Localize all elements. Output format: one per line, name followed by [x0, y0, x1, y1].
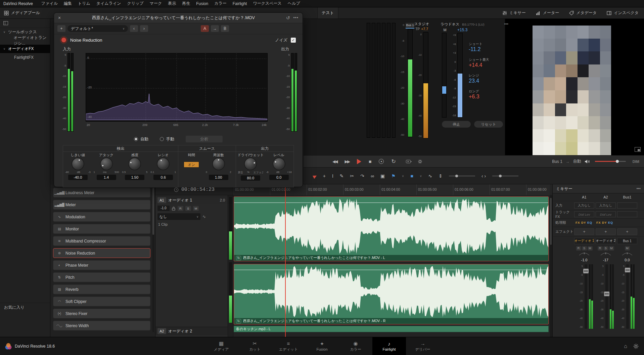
loop-button[interactable]: ↻	[391, 158, 396, 165]
monitor-bus-label[interactable]: Bus 1	[552, 159, 562, 164]
processing-order-cell[interactable]	[616, 221, 635, 224]
trackfx-cell[interactable]	[617, 211, 637, 217]
zoom-vertical-icon[interactable]: ⇕	[439, 173, 443, 179]
channel-fader[interactable]	[605, 264, 608, 329]
next-preset-button[interactable]: ›	[140, 25, 148, 32]
picture-in-picture-icon[interactable]	[635, 147, 641, 152]
noise-checkbox[interactable]: ✓	[291, 38, 296, 43]
trackfx-cell[interactable]: Dial Lev	[574, 211, 594, 217]
mixer-column-header[interactable]: A1	[574, 195, 594, 199]
add-effect-button[interactable]: +	[596, 228, 616, 235]
compare-b-button[interactable]: B	[221, 25, 229, 32]
menu-item[interactable]: マーク	[147, 1, 165, 6]
loudness-reset-button[interactable]: リセット	[474, 121, 503, 128]
ratio-knob[interactable]	[157, 158, 170, 170]
mixer-input-cell[interactable]	[617, 203, 637, 209]
link-clips-icon[interactable]: ∞	[371, 173, 374, 179]
effect-modulation[interactable]: ∿ Modulation	[53, 212, 150, 222]
compare-a-button[interactable]: A	[201, 25, 209, 32]
settings-gear-icon[interactable]	[633, 344, 639, 349]
menu-item[interactable]: Fairlight	[230, 1, 250, 6]
selection-tool-icon[interactable]: ▶	[312, 173, 318, 179]
media-pool-toggle[interactable]: メディアプール	[4, 10, 40, 16]
menu-item[interactable]: ワークスペース	[250, 1, 284, 6]
mixer-track-name[interactable]: オーディオ 2	[596, 238, 616, 244]
effect-multiband-compressor[interactable]: ≋ Multiband Compressor	[53, 236, 150, 246]
prev-preset-button[interactable]: ‹	[130, 25, 138, 32]
edit-selection-icon[interactable]: I	[332, 173, 333, 179]
mute-button[interactable]: M	[609, 246, 614, 251]
dry-wet-knob-value[interactable]: 80.0	[241, 175, 260, 181]
sidebar-item-fairlightfx[interactable]: FairlightFX	[0, 53, 50, 61]
dry-wet-knob[interactable]	[244, 158, 257, 170]
time-smoothing-toggle[interactable]: オン	[184, 162, 199, 168]
favorites-section[interactable]: お気に入り	[0, 303, 50, 311]
marker-caret-icon[interactable]: ∨	[420, 174, 422, 178]
project-home-icon[interactable]: ⌂	[624, 343, 627, 349]
mixer-input-cell[interactable]: 入力なし	[574, 203, 594, 209]
mute-button[interactable]: M	[193, 206, 199, 211]
sensitivity-knob-value[interactable]: 1.50	[125, 175, 144, 180]
page-media[interactable]: ▦ メディア	[204, 337, 238, 355]
mute-button[interactable]: M	[625, 246, 630, 251]
menu-item[interactable]: ヘルプ	[285, 1, 303, 6]
menu-item[interactable]: Fusion	[193, 1, 211, 6]
effect-stereo-fixer[interactable]: (•) Stereo Fixer	[53, 309, 150, 318]
effect-noise-reduction[interactable]: ⊚ Noise Reduction	[53, 248, 150, 258]
page-deliver[interactable]: → デリバー	[406, 337, 440, 355]
track-name[interactable]: オーディオ 2	[168, 328, 226, 334]
processing-order-cell[interactable]: FX DY EQ	[595, 221, 614, 224]
effect-monitor[interactable]: ▤ Monitor	[53, 224, 150, 234]
image-icon[interactable]: ▣	[380, 173, 385, 179]
add-effect-button[interactable]: +	[574, 228, 594, 235]
monitor-volume-slider[interactable]	[595, 161, 626, 162]
speaker-icon[interactable]	[585, 159, 590, 164]
auto-mode-radio[interactable]: 自動	[134, 136, 148, 142]
app-menu[interactable]: DaVinci Resolve	[3, 1, 38, 6]
mixer-input-cell[interactable]: 入力なし	[596, 203, 616, 209]
fast-forward-button[interactable]: ▶▶	[344, 159, 349, 164]
page-cut[interactable]: ✂ カット	[238, 337, 272, 355]
clip-fx-badge[interactable]: fx	[236, 319, 241, 323]
record-arm-button[interactable]: R	[178, 206, 183, 211]
loudness-stop-button[interactable]: 停止	[442, 121, 471, 128]
nudge-icon[interactable]: ‹ ›	[481, 173, 486, 179]
audio-clip-a2[interactable]: 春のキッチン.mp3 - L	[234, 326, 549, 332]
plugin-bypass-toggle[interactable]	[61, 37, 67, 43]
channel-fader[interactable]	[626, 264, 629, 329]
trackfx-cell[interactable]: Dial Lev	[596, 211, 616, 217]
menu-item[interactable]: ファイル	[38, 1, 61, 6]
stop-button[interactable]: ■	[369, 159, 371, 164]
analyze-button[interactable]: 分析	[186, 136, 223, 142]
copy-ab-button[interactable]: →	[211, 25, 219, 32]
sensitivity-knob[interactable]	[128, 158, 141, 170]
add-preset-button[interactable]: +	[57, 25, 65, 32]
mixer-track-name[interactable]: Bus 1	[617, 238, 637, 244]
menu-item[interactable]: タイムライン	[93, 1, 124, 6]
page-fairlight[interactable]: ♪ Fairlight	[372, 337, 406, 355]
close-icon[interactable]: ×	[58, 15, 61, 20]
attack-knob-value[interactable]: 1.4	[97, 175, 116, 180]
track-height-slider[interactable]	[492, 176, 518, 176]
menu-item[interactable]: トリム	[75, 1, 93, 6]
auto-scroll-icon[interactable]	[406, 159, 412, 164]
attack-knob[interactable]	[100, 158, 113, 170]
zoom-slider[interactable]	[449, 176, 475, 176]
dim-button[interactable]: DIM	[633, 160, 639, 164]
timeline-scrollbar[interactable]	[550, 195, 552, 337]
play-button[interactable]	[357, 159, 361, 164]
channel-fader[interactable]	[585, 264, 587, 329]
flag-icon[interactable]: ⚑	[391, 173, 396, 179]
menu-item[interactable]: カラー	[211, 1, 230, 6]
fader-value[interactable]: -17	[596, 258, 616, 262]
threshold-knob[interactable]	[72, 158, 84, 170]
manual-mode-radio[interactable]: 手動	[160, 136, 174, 142]
track-header-a2[interactable]: A2 オーディオ 2	[155, 327, 228, 335]
effect-pitch[interactable]: ⇅ Pitch	[53, 272, 150, 282]
sidebar-item-audio-transitions[interactable]: オーディオトランジシ...	[0, 36, 50, 45]
monitor-mode-label[interactable]: 自動	[573, 159, 581, 164]
eq-curve-icon[interactable]: ∿	[202, 214, 206, 219]
lock-icon[interactable]	[172, 206, 176, 211]
menu-item[interactable]: 表示	[165, 1, 179, 6]
record-arm-button[interactable]: R	[598, 246, 603, 251]
